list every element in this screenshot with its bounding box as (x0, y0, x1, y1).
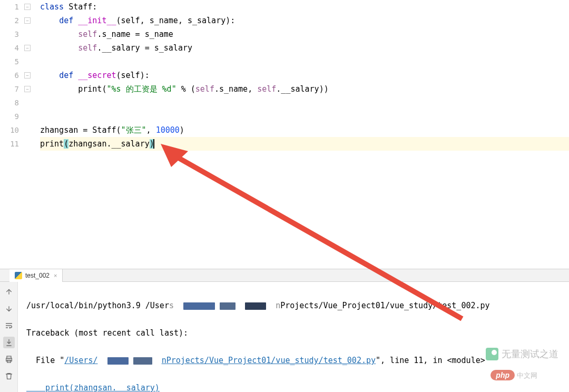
line-number: 8 (0, 96, 19, 110)
line-number: 10 (0, 123, 19, 137)
fold-icon[interactable]: − (24, 17, 31, 24)
down-arrow-icon[interactable] (3, 303, 15, 315)
fold-icon[interactable]: − (24, 4, 31, 10)
line-number: 11 (0, 137, 19, 151)
gutter: 1 2 3 4 5 6 7 8 9 10 11 (0, 0, 23, 269)
close-icon[interactable]: × (54, 272, 57, 279)
fold-icon[interactable]: − (24, 72, 31, 79)
file-link[interactable]: /Users/ (64, 356, 97, 365)
file-link[interactable]: nProjects/Vue_Project01/vue_study/test_0… (162, 356, 376, 365)
run-panel: test_002 × /usr/local/bin/python3.9 /Use… (0, 269, 569, 392)
console-line: File "/Users/ nProjects/Vue_Project01/vu… (26, 354, 561, 367)
code-line: print("%s 的工资是 %d" % (self.s_name, self.… (40, 82, 569, 96)
editor-area: 1 2 3 4 5 6 7 8 9 10 11 − − − − − class … (0, 0, 569, 269)
fold-icon[interactable]: − (24, 45, 31, 51)
console-output[interactable]: /usr/local/bin/python3.9 /Users nProject… (18, 282, 569, 392)
fold-icon[interactable]: − (24, 86, 31, 92)
console-line: Traceback (most recent call last): (26, 326, 561, 340)
fold-column: − − − − − (23, 0, 33, 269)
watermark: 无量测试之道 (486, 348, 558, 360)
line-number: 2 (0, 14, 19, 27)
code-editor[interactable]: class Staff: def __init__(self, s_name, … (33, 0, 569, 269)
tab-label: test_002 (25, 272, 50, 279)
line-number: 7 (0, 82, 19, 96)
line-number: 5 (0, 55, 19, 68)
line-number: 6 (0, 68, 19, 82)
run-tab[interactable]: test_002 × (9, 269, 63, 282)
line-number: 1 (0, 0, 19, 14)
code-line: self.s_name = s_name (40, 27, 569, 41)
code-line-current: print(zhangsan.__salary) (40, 137, 569, 151)
python-icon (15, 272, 22, 279)
code-line (40, 110, 569, 123)
code-line: class Staff: (40, 0, 569, 14)
watermark-text: 无量测试之道 (502, 348, 558, 360)
trash-icon[interactable] (3, 370, 15, 382)
code-line (40, 96, 569, 110)
line-number: 4 (0, 41, 19, 55)
print-icon[interactable] (3, 354, 15, 365)
soft-wrap-icon[interactable] (3, 320, 15, 331)
line-number: 3 (0, 27, 19, 41)
code-line: self.__salary = s_salary (40, 41, 569, 55)
run-tab-bar: test_002 × (0, 269, 569, 282)
wechat-icon (486, 348, 498, 360)
code-line: def __secret(self): (40, 68, 569, 82)
scroll-to-end-icon[interactable] (3, 337, 15, 348)
code-line: zhangsan = Staff("张三", 10000) (40, 123, 569, 137)
code-line: def __init__(self, s_name, s_salary): (40, 14, 569, 27)
line-number: 9 (0, 110, 19, 123)
up-arrow-icon[interactable] (3, 286, 15, 298)
php-badge: php中文网 (490, 371, 537, 380)
console-line: /usr/local/bin/python3.9 /Users nProject… (26, 299, 561, 312)
run-sidebar (0, 282, 18, 392)
console-line: print(zhangsan.__salary) (26, 381, 561, 392)
code-line (40, 55, 569, 68)
